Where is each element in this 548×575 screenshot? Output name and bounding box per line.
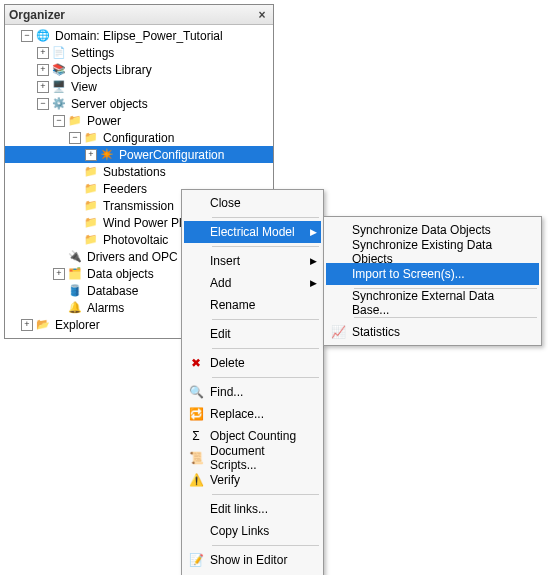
- separator: [212, 319, 319, 320]
- blank-icon: [184, 221, 208, 243]
- editor-icon: 📝: [184, 549, 208, 571]
- tree-item-settings[interactable]: + 📄 Settings: [5, 44, 273, 61]
- blank-icon: [184, 272, 208, 294]
- menu-rename[interactable]: Rename: [184, 294, 321, 316]
- server-icon: ⚙️: [51, 96, 67, 112]
- blank-icon: [184, 520, 208, 542]
- explorer-icon: 📂: [184, 571, 208, 575]
- blank-icon: [184, 250, 208, 272]
- folder-icon: 📁: [83, 164, 99, 180]
- tree-item-objects-library[interactable]: + 📚 Objects Library: [5, 61, 273, 78]
- library-icon: 📚: [51, 62, 67, 78]
- database-icon: 🛢️: [67, 283, 83, 299]
- explorer-icon: 📂: [35, 317, 51, 333]
- replace-icon: 🔁: [184, 403, 208, 425]
- menu-statistics[interactable]: 📈 Statistics: [326, 321, 539, 343]
- view-icon: 🖥️: [51, 79, 67, 95]
- config-icon: ✴️: [99, 147, 115, 163]
- expand-icon[interactable]: +: [53, 268, 65, 280]
- collapse-icon[interactable]: −: [53, 115, 65, 127]
- tree-item-substations[interactable]: 📁 Substations: [5, 163, 273, 180]
- expand-icon[interactable]: +: [37, 81, 49, 93]
- menu-add[interactable]: Add ▶: [184, 272, 321, 294]
- organizer-title: Organizer: [9, 8, 65, 22]
- menu-document-scripts[interactable]: 📜 Document Scripts...: [184, 447, 321, 469]
- context-menu: Close Electrical Model ▶ Insert ▶ Add ▶ …: [181, 189, 324, 575]
- menu-show-in-explorer[interactable]: 📂 Show in Explorer: [184, 571, 321, 575]
- close-icon[interactable]: ×: [255, 8, 269, 22]
- menu-replace[interactable]: 🔁 Replace...: [184, 403, 321, 425]
- menu-edit-links[interactable]: Edit links...: [184, 498, 321, 520]
- delete-icon: ✖: [184, 352, 208, 374]
- verify-icon: ⚠️: [184, 469, 208, 491]
- menu-edit[interactable]: Edit: [184, 323, 321, 345]
- tree-item-view[interactable]: + 🖥️ View: [5, 78, 273, 95]
- menu-verify[interactable]: ⚠️ Verify: [184, 469, 321, 491]
- alarms-icon: 🔔: [67, 300, 83, 316]
- blank-icon: [326, 263, 350, 285]
- submenu-arrow-icon: ▶: [310, 256, 317, 266]
- electrical-model-submenu: Synchronize Data Objects Synchronize Exi…: [323, 216, 542, 346]
- menu-show-in-editor[interactable]: 📝 Show in Editor: [184, 549, 321, 571]
- menu-sync-existing[interactable]: Synchronize Existing Data Objects: [326, 241, 539, 263]
- collapse-icon[interactable]: −: [37, 98, 49, 110]
- blank-icon: [326, 219, 350, 241]
- tree-item-domain[interactable]: − 🌐 Domain: Elipse_Power_Tutorial: [5, 27, 273, 44]
- menu-import-to-screens[interactable]: Import to Screen(s)...: [326, 263, 539, 285]
- separator: [212, 217, 319, 218]
- submenu-arrow-icon: ▶: [310, 227, 317, 237]
- expand-icon[interactable]: +: [37, 64, 49, 76]
- organizer-titlebar: Organizer ×: [5, 5, 273, 25]
- separator: [212, 494, 319, 495]
- blank-icon: [326, 241, 350, 263]
- domain-icon: 🌐: [35, 28, 51, 44]
- blank-icon: [184, 323, 208, 345]
- separator: [212, 348, 319, 349]
- expand-icon[interactable]: +: [21, 319, 33, 331]
- find-icon: 🔍: [184, 381, 208, 403]
- tree-item-power-configuration[interactable]: + ✴️ PowerConfiguration: [5, 146, 273, 163]
- menu-delete[interactable]: ✖ Delete: [184, 352, 321, 374]
- submenu-arrow-icon: ▶: [310, 278, 317, 288]
- folder-icon: 📁: [83, 198, 99, 214]
- blank-icon: [184, 192, 208, 214]
- count-icon: Σ: [184, 425, 208, 447]
- drivers-icon: 🔌: [67, 249, 83, 265]
- settings-icon: 📄: [51, 45, 67, 61]
- tree-item-configuration[interactable]: − 📁 Configuration: [5, 129, 273, 146]
- collapse-icon[interactable]: −: [21, 30, 33, 42]
- tree-item-server-objects[interactable]: − ⚙️ Server objects: [5, 95, 273, 112]
- folder-icon: 📁: [83, 232, 99, 248]
- menu-copy-links[interactable]: Copy Links: [184, 520, 321, 542]
- menu-insert[interactable]: Insert ▶: [184, 250, 321, 272]
- tree-item-power[interactable]: − 📁 Power: [5, 112, 273, 129]
- data-icon: 🗂️: [67, 266, 83, 282]
- scripts-icon: 📜: [184, 447, 208, 469]
- folder-icon: 📁: [83, 181, 99, 197]
- expand-icon[interactable]: +: [37, 47, 49, 59]
- menu-sync-external[interactable]: Synchronize External Data Base...: [326, 292, 539, 314]
- menu-electrical-model[interactable]: Electrical Model ▶: [184, 221, 321, 243]
- expand-icon[interactable]: +: [85, 149, 97, 161]
- blank-icon: [326, 292, 350, 314]
- folder-icon: 📁: [83, 215, 99, 231]
- folder-icon: 📁: [67, 113, 83, 129]
- statistics-icon: 📈: [326, 321, 350, 343]
- separator: [212, 377, 319, 378]
- separator: [212, 246, 319, 247]
- menu-find[interactable]: 🔍 Find...: [184, 381, 321, 403]
- menu-close[interactable]: Close: [184, 192, 321, 214]
- separator: [212, 545, 319, 546]
- blank-icon: [184, 294, 208, 316]
- collapse-icon[interactable]: −: [69, 132, 81, 144]
- separator: [354, 317, 537, 318]
- folder-icon: 📁: [83, 130, 99, 146]
- blank-icon: [184, 498, 208, 520]
